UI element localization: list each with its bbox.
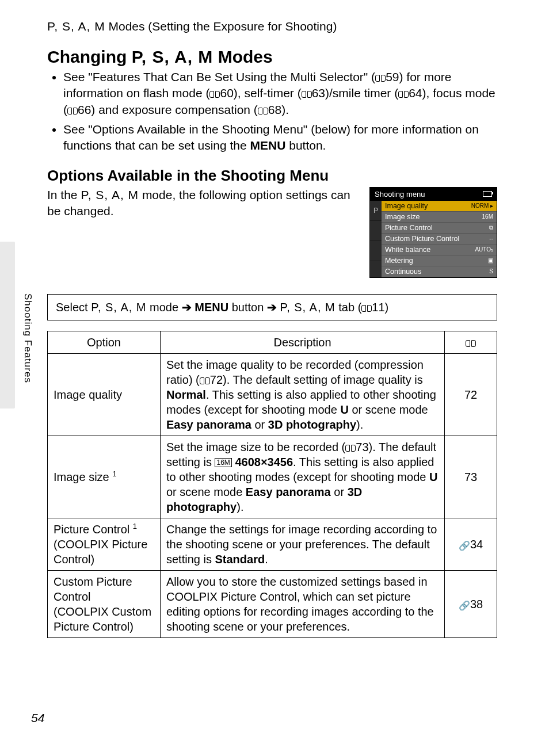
mini-screen-tab	[370, 221, 382, 241]
battery-icon	[483, 191, 492, 197]
book-icon	[345, 445, 356, 452]
arrow-icon: ➔	[182, 301, 192, 314]
bullet-list: See "Features That Can Be Set Using the …	[47, 69, 497, 154]
mini-screen-tab	[370, 241, 382, 261]
option-name: Custom Picture Control (COOLPIX Custom P…	[48, 570, 161, 637]
option-description: Allow you to store the customized settin…	[161, 570, 445, 637]
table-header-page	[445, 331, 497, 353]
mini-screen-header: Shooting menu	[370, 188, 497, 201]
option-name: Image size 1	[48, 436, 161, 518]
book-icon	[375, 75, 386, 82]
table-row: Custom Picture Control (COOLPIX Custom P…	[48, 570, 497, 637]
mini-screen-tab: P	[370, 201, 382, 221]
mini-screen-row: White balanceAUTO₁	[382, 245, 497, 255]
book-icon	[302, 91, 312, 98]
reference-icon: 🔗	[459, 540, 470, 552]
bullet-item: See "Features That Can Be Set Using the …	[63, 69, 497, 118]
shooting-menu-screenshot: Shooting menu P Image qualityNORM ▸ Imag…	[369, 187, 497, 278]
reference-icon: 🔗	[459, 600, 470, 612]
menu-word: MENU	[195, 301, 228, 314]
mini-screen-row: Image qualityNORM ▸	[382, 201, 497, 212]
book-icon	[361, 305, 372, 312]
book-icon	[209, 91, 220, 98]
menu-word: MENU	[250, 139, 286, 152]
mini-screen-row: Image size16M	[382, 212, 497, 223]
book-icon	[67, 108, 78, 115]
table-row: Image quality Set the image quality to b…	[48, 353, 497, 436]
intro-text: In the P, S, A, M mode, the following op…	[47, 187, 358, 278]
table-header-option: Option	[48, 331, 161, 353]
arrow-icon: ➔	[267, 301, 277, 314]
bullet-item: See "Options Available in the Shooting M…	[63, 121, 497, 154]
chapter-header-rest: Modes (Setting the Exposure for Shooting…	[105, 20, 337, 33]
mini-screen-row: Picture Control⧉	[382, 223, 497, 234]
table-row: Picture Control 1 (COOLPIX Picture Contr…	[48, 518, 497, 570]
mini-screen-row: Custom Picture Control--	[382, 234, 497, 245]
options-table: Option Description Image quality Set the…	[47, 331, 497, 638]
page-ref: 🔗38	[445, 570, 497, 637]
book-icon	[398, 91, 409, 98]
book-icon	[200, 377, 210, 385]
mini-screen-list: Image qualityNORM ▸ Image size16M Pictur…	[382, 201, 497, 277]
size-icon: 16M	[215, 458, 231, 467]
option-name: Picture Control 1 (COOLPIX Picture Contr…	[48, 518, 161, 570]
side-tab-background	[0, 242, 15, 408]
book-icon	[466, 340, 476, 348]
main-title: Changing P, S, A, M Modes	[47, 47, 497, 67]
option-description: Set the image size to be recorded (73). …	[161, 436, 445, 518]
chapter-header-modes: P, S, A, M	[47, 20, 105, 33]
main-title-prefix: Changing	[47, 47, 132, 66]
instruction-box: Select P, S, A, M mode ➔ MENU button ➔ P…	[47, 294, 497, 320]
mini-screen-row: Metering▣	[382, 255, 497, 266]
page-ref: 72	[445, 353, 497, 436]
table-header-description: Description	[161, 331, 445, 353]
main-title-modes: P, S, A, M	[132, 47, 214, 66]
option-description: Change the settings for image recording …	[161, 518, 445, 570]
side-tab-label: Shooting Features	[22, 293, 33, 383]
mini-screen-row: ContinuousS	[382, 266, 497, 277]
option-name: Image quality	[48, 353, 161, 436]
mini-screen-tabs: P	[370, 201, 382, 277]
page-ref: 73	[445, 436, 497, 518]
page-number: 54	[31, 711, 44, 725]
chapter-header: P, S, A, M Modes (Setting the Exposure f…	[47, 20, 497, 33]
table-row: Image size 1 Set the image size to be re…	[48, 436, 497, 518]
section-heading: Options Available in the Shooting Menu	[47, 167, 497, 185]
book-icon	[258, 108, 268, 115]
option-description: Set the image quality to be recorded (co…	[161, 353, 445, 436]
main-title-suffix: Modes	[213, 47, 272, 66]
page-ref: 🔗34	[445, 518, 497, 570]
